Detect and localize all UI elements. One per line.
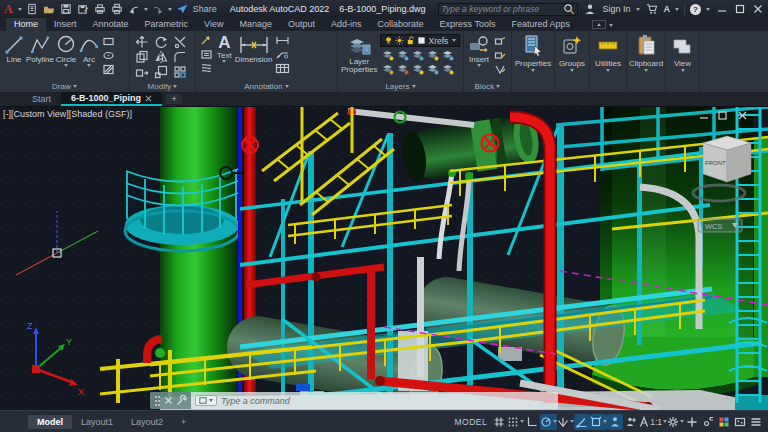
mleader-style-icon[interactable]: [199, 34, 214, 47]
layer-tool-icon[interactable]: [395, 48, 410, 61]
snap-icon[interactable]: [507, 414, 524, 430]
layout-tab-model[interactable]: Model: [28, 415, 72, 429]
text-style-icon[interactable]: [199, 48, 214, 61]
ribbon-tab-view[interactable]: View: [196, 18, 231, 31]
stretch-tool-icon[interactable]: [134, 65, 149, 78]
move-tool-icon[interactable]: [134, 35, 149, 48]
layer-tool-icon[interactable]: [440, 48, 455, 61]
share-label[interactable]: Share: [193, 4, 217, 14]
utilities-tool[interactable]: Utilities: [590, 31, 626, 92]
ribbon-minimize-button[interactable]: [592, 20, 606, 29]
arc-tool[interactable]: Arc: [78, 34, 100, 76]
layer-tool-icon[interactable]: [395, 62, 410, 75]
command-line[interactable]: Type a command: [150, 392, 558, 409]
layer-tool-icon[interactable]: [380, 48, 395, 61]
wcs-dropdown[interactable]: WCS: [698, 219, 742, 232]
file-tab-active-document[interactable]: 6-B-1000_Piping: [61, 92, 162, 106]
view-tool[interactable]: View: [666, 31, 699, 92]
ellipse-tool-icon[interactable]: [101, 49, 116, 62]
line-tool[interactable]: Line: [3, 34, 25, 76]
viewport-controls-label[interactable]: [-][Custom View][Shaded (GSF)]: [3, 109, 132, 119]
scale-tool-icon[interactable]: [153, 65, 168, 78]
save-icon[interactable]: [59, 2, 73, 16]
polyline-tool[interactable]: Polyline: [26, 34, 54, 76]
new-layout-button[interactable]: +: [172, 415, 195, 429]
ribbon-tab-home[interactable]: Home: [6, 18, 46, 31]
autoscale-icon[interactable]: [623, 414, 639, 430]
layer-tool-icon[interactable]: [425, 48, 440, 61]
sign-in-label[interactable]: Sign In: [602, 4, 630, 14]
clipboard-tool[interactable]: Clipboard: [627, 31, 665, 92]
help-search[interactable]: [438, 3, 578, 16]
settings-gear-icon[interactable]: [667, 414, 684, 430]
object-snap-icon[interactable]: [590, 414, 607, 430]
isolate-objects-icon[interactable]: [700, 414, 716, 430]
redo-icon[interactable]: [151, 2, 165, 16]
ribbon-tab-output[interactable]: Output: [280, 18, 323, 31]
sign-in-chevron-icon[interactable]: [636, 8, 640, 11]
customize-plus-icon[interactable]: [684, 414, 700, 430]
linear-dim-icon[interactable]: [275, 34, 290, 47]
panel-label-layers[interactable]: Layers: [338, 82, 463, 91]
ribbon-tab-manage[interactable]: Manage: [231, 18, 280, 31]
customization-menu-icon[interactable]: [748, 414, 764, 430]
redo-chevron-icon[interactable]: [168, 8, 172, 11]
layer-tool-icon[interactable]: [380, 62, 395, 75]
edit-block-icon[interactable]: [492, 49, 507, 62]
drawing-viewport[interactable]: Z Y X FRONT WCS [-][Custom View][Shaded …: [0, 107, 768, 410]
command-input-placeholder[interactable]: Type a command: [221, 396, 290, 406]
text-tool[interactable]: A Text: [217, 34, 232, 75]
dimension-tool[interactable]: Dimension: [235, 34, 273, 75]
polar-tracking-icon[interactable]: [540, 414, 557, 430]
share-icon[interactable]: [175, 2, 189, 16]
file-tab-start[interactable]: Start: [22, 92, 61, 106]
print-icon[interactable]: [110, 2, 124, 16]
wrench-icon[interactable]: [176, 395, 187, 406]
grip-icon[interactable]: [154, 395, 161, 407]
search-icon[interactable]: [563, 3, 575, 15]
create-block-icon[interactable]: [492, 35, 507, 48]
user-icon[interactable]: [583, 2, 597, 16]
model-space-toggle[interactable]: MODEL: [454, 417, 487, 427]
help-icon[interactable]: ?: [690, 4, 701, 15]
rectangle-tool-icon[interactable]: [101, 35, 116, 48]
rotate-tool-icon[interactable]: [153, 35, 168, 48]
table-icon[interactable]: [275, 62, 290, 75]
plot-icon[interactable]: [93, 2, 107, 16]
help-chevron-icon[interactable]: [706, 8, 710, 11]
layer-dropdown[interactable]: Xrefs: [380, 34, 460, 47]
properties-tool[interactable]: Properties: [512, 31, 554, 92]
layout-tab-layout2[interactable]: Layout2: [122, 415, 172, 429]
close-icon[interactable]: [164, 396, 173, 405]
new-file-icon[interactable]: [25, 2, 39, 16]
close-button[interactable]: [751, 3, 764, 16]
recent-commands-button[interactable]: [195, 395, 217, 406]
graphics-performance-icon[interactable]: [716, 414, 732, 430]
layer-tool-icon[interactable]: [440, 62, 455, 75]
mirror-tool-icon[interactable]: [153, 50, 168, 63]
ribbon-tab-parametric[interactable]: Parametric: [137, 18, 197, 31]
layer-tool-icon[interactable]: [410, 48, 425, 61]
dim-style-icon[interactable]: [199, 62, 214, 75]
annotation-visibility-icon[interactable]: [607, 414, 623, 430]
object-snap-tracking-icon[interactable]: [574, 414, 590, 430]
isometric-drafting-icon[interactable]: [557, 414, 574, 430]
grid-icon[interactable]: [491, 414, 507, 430]
ribbon-tab-collaborate[interactable]: Collaborate: [370, 18, 432, 31]
account-chevron-icon[interactable]: [675, 8, 679, 11]
insert-block-tool[interactable]: Insert: [468, 34, 490, 76]
undo-chevron-icon[interactable]: [144, 8, 148, 11]
minimize-button[interactable]: [715, 3, 728, 16]
new-drawing-tab-button[interactable]: +: [166, 94, 182, 104]
fillet-tool-icon[interactable]: [172, 50, 187, 63]
ortho-icon[interactable]: [524, 414, 540, 430]
autodesk-account-icon[interactable]: A: [664, 4, 671, 14]
trim-tool-icon[interactable]: [172, 35, 187, 48]
panel-label-annotation[interactable]: Annotation: [196, 82, 337, 91]
panel-label-modify[interactable]: Modify: [130, 82, 195, 91]
leader-icon[interactable]: [275, 48, 290, 61]
panel-label-block[interactable]: Block: [464, 82, 511, 91]
ribbon-tab-addins[interactable]: Add-ins: [323, 18, 370, 31]
layer-properties-tool[interactable]: Layer Properties: [341, 34, 377, 76]
hatch-tool-icon[interactable]: [101, 63, 116, 76]
